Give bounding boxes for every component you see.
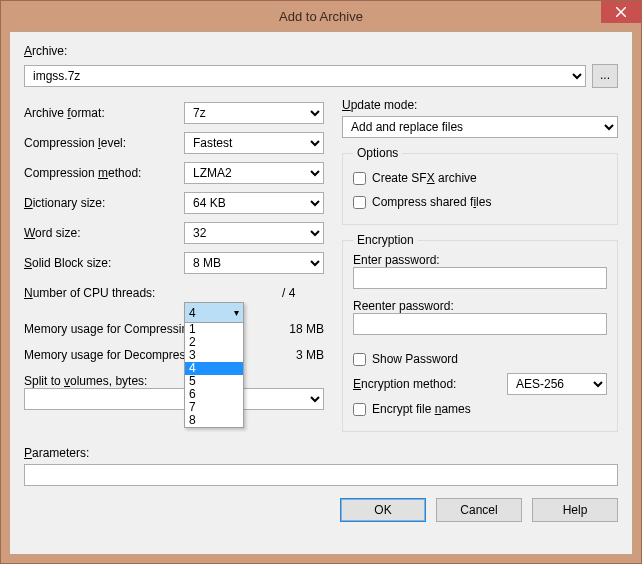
options-group: Options Create SFX archive Compress shar…: [342, 146, 618, 225]
shared-label: Compress shared files: [372, 195, 491, 209]
browse-button[interactable]: ...: [592, 64, 618, 88]
mem-c-label: Memory usage for Compressing:: [24, 322, 198, 336]
shared-checkbox[interactable]: [353, 196, 366, 209]
options-legend: Options: [353, 146, 402, 160]
chevron-down-icon: ▾: [234, 307, 239, 318]
split-combo[interactable]: [24, 388, 324, 410]
enc-method-select[interactable]: AES-256: [507, 373, 607, 395]
dict-select[interactable]: 64 KB: [184, 192, 324, 214]
cancel-button[interactable]: Cancel: [436, 498, 522, 522]
show-pw-label: Show Password: [372, 352, 458, 366]
method-select[interactable]: LZMA2: [184, 162, 324, 184]
block-label: Solid Block size:: [24, 256, 184, 270]
cpu-total: / 4: [282, 286, 295, 300]
mem-c-value: 18 MB: [289, 322, 324, 336]
title-bar: Add to Archive: [1, 1, 641, 31]
sfx-checkbox[interactable]: [353, 172, 366, 185]
enter-pw-label: Enter password:: [353, 253, 607, 267]
archive-path-combo[interactable]: imgss.7z: [24, 65, 586, 87]
archive-label: Archive:: [24, 44, 67, 58]
password-input[interactable]: [353, 267, 607, 289]
enc-names-label: Encrypt file names: [372, 402, 471, 416]
cpu-dropdown-open[interactable]: 4 ▾ 1 2 3 4 5 6 7 8: [184, 302, 244, 428]
encryption-legend: Encryption: [353, 233, 418, 247]
close-icon: [616, 7, 626, 17]
update-select[interactable]: Add and replace files: [342, 116, 618, 138]
mem-d-label: Memory usage for Decompressing:: [24, 348, 211, 362]
reenter-pw-label: Reenter password:: [353, 299, 607, 313]
window-title: Add to Archive: [279, 9, 363, 24]
cpu-dropdown-display[interactable]: 4 ▾: [185, 303, 243, 323]
close-button[interactable]: [601, 1, 641, 23]
block-select[interactable]: 8 MB: [184, 252, 324, 274]
split-label: Split to volumes, bytes:: [24, 374, 147, 388]
cpu-option[interactable]: 8: [185, 414, 243, 427]
word-label: Word size:: [24, 226, 184, 240]
dialog-body: Archive: imgss.7z ... Archive format: 7z…: [9, 31, 633, 555]
params-label: Parameters:: [24, 446, 89, 460]
level-select[interactable]: Fastest: [184, 132, 324, 154]
format-select[interactable]: 7z: [184, 102, 324, 124]
right-column: Update mode: Add and replace files Optio…: [342, 98, 618, 440]
cpu-label: Number of CPU threads:: [24, 286, 184, 300]
password-reenter-input[interactable]: [353, 313, 607, 335]
sfx-label: Create SFX archive: [372, 171, 477, 185]
method-label: Compression method:: [24, 166, 184, 180]
left-column: Archive format: 7z Compression level: Fa…: [24, 98, 324, 440]
enc-method-label: Encryption method:: [353, 377, 456, 391]
update-label: Update mode:: [342, 98, 417, 112]
help-button[interactable]: Help: [532, 498, 618, 522]
params-input[interactable]: [24, 464, 618, 486]
dialog-window: Add to Archive Archive: imgss.7z ... Arc…: [0, 0, 642, 564]
enc-names-checkbox[interactable]: [353, 403, 366, 416]
dict-label: Dictionary size:: [24, 196, 184, 210]
ok-button[interactable]: OK: [340, 498, 426, 522]
mem-d-value: 3 MB: [296, 348, 324, 362]
format-label: Archive format:: [24, 106, 184, 120]
level-label: Compression level:: [24, 136, 184, 150]
encryption-group: Encryption Enter password: Reenter passw…: [342, 233, 618, 432]
show-pw-checkbox[interactable]: [353, 353, 366, 366]
word-select[interactable]: 32: [184, 222, 324, 244]
